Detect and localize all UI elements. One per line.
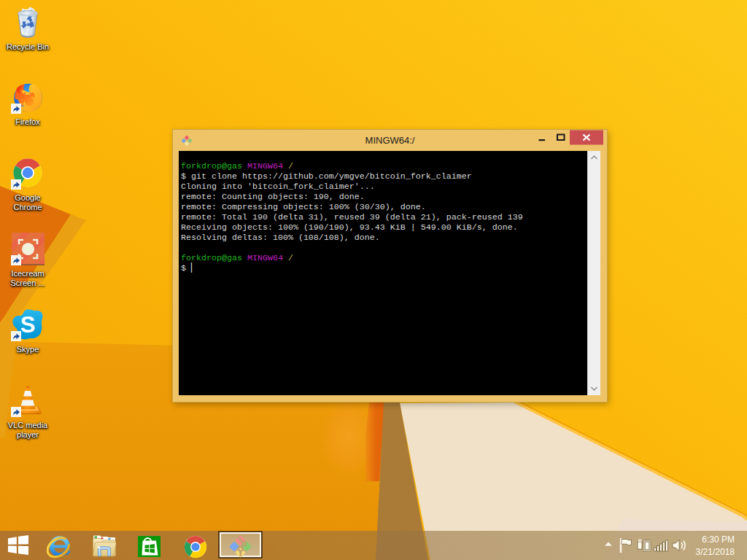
svg-text:S: S — [20, 312, 36, 338]
